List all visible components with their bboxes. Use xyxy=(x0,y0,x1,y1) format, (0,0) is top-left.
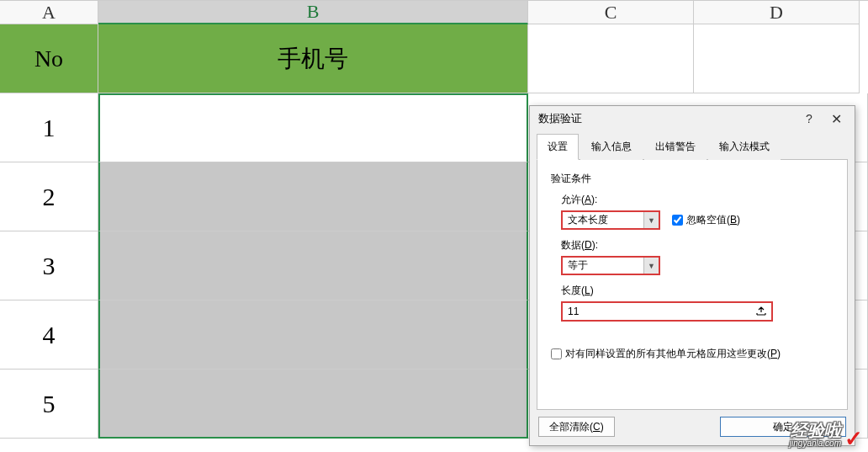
row-num[interactable]: 3 xyxy=(0,231,98,300)
cell-b4[interactable] xyxy=(98,300,528,370)
data-validation-dialog: 数据验证 ? ✕ 设置 输入信息 出错警告 输入法模式 验证条件 允许(A): … xyxy=(529,105,855,446)
ok-label: 确定 xyxy=(773,420,793,434)
col-header-d[interactable]: D xyxy=(694,1,860,24)
cell-b5[interactable] xyxy=(98,370,528,439)
validation-criteria-label: 验证条件 xyxy=(551,172,834,186)
row-num[interactable]: 4 xyxy=(0,300,98,370)
col-header-c[interactable]: C xyxy=(528,1,694,24)
data-value: 等于 xyxy=(568,258,588,273)
cell-b2[interactable] xyxy=(98,162,528,231)
ok-cancel-area[interactable]: 确定 xyxy=(720,417,846,437)
data-label: 数据(D): xyxy=(561,238,834,253)
length-label: 长度(L) xyxy=(561,284,834,298)
clear-all-button[interactable]: 全部清除(C) xyxy=(538,417,615,437)
help-button[interactable]: ? xyxy=(796,109,823,128)
close-button[interactable]: ✕ xyxy=(823,109,849,128)
dialog-footer: 全部清除(C) 确定 xyxy=(530,417,855,445)
apply-others-checkbox[interactable]: 对有同样设置的所有其他单元格应用这些更改(P) xyxy=(551,347,781,361)
column-headers: A B C D xyxy=(0,0,868,24)
length-value: 11 xyxy=(568,306,754,317)
tab-input-message[interactable]: 输入信息 xyxy=(580,134,643,160)
range-picker-icon[interactable] xyxy=(754,305,768,318)
col-header-b[interactable]: B xyxy=(98,1,528,24)
header-phone[interactable]: 手机号 xyxy=(98,24,528,93)
allow-select[interactable]: 文本长度 ▼ xyxy=(561,210,660,230)
tab-settings[interactable]: 设置 xyxy=(537,134,579,160)
header-no[interactable]: No xyxy=(0,24,98,93)
dialog-tabs: 设置 输入信息 出错警告 输入法模式 xyxy=(537,133,848,160)
row-num[interactable]: 5 xyxy=(0,370,98,439)
cell-b1[interactable] xyxy=(98,93,528,162)
cell-c-header[interactable] xyxy=(528,24,694,93)
chevron-down-icon: ▼ xyxy=(643,258,659,274)
dialog-title: 数据验证 xyxy=(538,111,582,126)
tab-error-alert[interactable]: 出错警告 xyxy=(644,134,707,160)
settings-pane: 验证条件 允许(A): 文本长度 ▼ 忽略空值(B) 数据(D): 等于 ▼ 长… xyxy=(537,160,848,410)
chevron-down-icon: ▼ xyxy=(643,212,659,228)
cell-b3[interactable] xyxy=(98,231,528,300)
cell-d-header[interactable] xyxy=(694,24,860,93)
dialog-titlebar[interactable]: 数据验证 ? ✕ xyxy=(530,106,855,131)
length-input[interactable]: 11 xyxy=(561,301,773,322)
ignore-blank-checkbox[interactable]: 忽略空值(B) xyxy=(672,213,740,227)
header-row: No 手机号 xyxy=(0,24,868,93)
tab-ime-mode[interactable]: 输入法模式 xyxy=(708,134,781,160)
data-select[interactable]: 等于 ▼ xyxy=(561,256,660,275)
row-num[interactable]: 2 xyxy=(0,162,98,231)
allow-label: 允许(A): xyxy=(561,193,834,207)
allow-value: 文本长度 xyxy=(568,213,608,227)
row-num[interactable]: 1 xyxy=(0,93,98,162)
col-header-a[interactable]: A xyxy=(0,1,98,24)
